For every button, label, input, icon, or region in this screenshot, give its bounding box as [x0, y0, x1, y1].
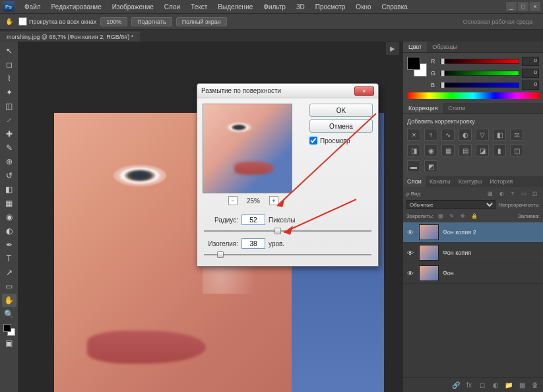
dialog-titlebar[interactable]: Размытие по поверхности × — [197, 84, 378, 98]
layer-name[interactable]: Фон копия — [443, 249, 471, 256]
fullscreen-button[interactable]: Полный экран — [176, 17, 227, 26]
wand-tool[interactable]: ✦ — [2, 86, 16, 99]
tab-adjustments[interactable]: Коррекция — [403, 103, 443, 114]
filter-smart-icon[interactable]: ◫ — [530, 189, 540, 198]
pen-tool[interactable]: ✒ — [2, 238, 16, 251]
tab-history[interactable]: История — [486, 176, 517, 187]
threshold-icon[interactable]: ◫ — [510, 145, 523, 156]
color-swatch[interactable] — [3, 324, 15, 336]
mixer-icon[interactable]: ▦ — [441, 145, 455, 156]
menu-select[interactable]: Выделение — [213, 2, 257, 12]
document-tab[interactable]: morshiny.jpg @ 66,7% (Фон копия 2, RGB/8… — [0, 32, 140, 42]
r-value[interactable]: 0 — [522, 57, 539, 66]
threshold-slider[interactable] — [204, 250, 371, 259]
menu-3d[interactable]: 3D — [292, 2, 309, 12]
layer-row[interactable]: 👁 Фон — [403, 263, 543, 284]
b-value[interactable]: 0 — [522, 81, 539, 90]
tab-channels[interactable]: Каналы — [426, 176, 455, 187]
eraser-tool[interactable]: ◧ — [2, 183, 16, 196]
layer-name[interactable]: Фон — [443, 270, 454, 277]
window-minimize[interactable]: _ — [506, 2, 517, 11]
zoom-out-button[interactable]: − — [228, 196, 238, 205]
menu-text[interactable]: Текст — [186, 2, 212, 12]
zoom-100-button[interactable]: 100% — [100, 17, 127, 26]
menu-layers[interactable]: Слои — [160, 2, 185, 12]
menu-window[interactable]: Окно — [351, 2, 375, 12]
group-icon[interactable]: 📁 — [503, 380, 514, 391]
eye-icon[interactable]: 👁 — [406, 248, 415, 257]
curves-icon[interactable]: ∿ — [441, 129, 455, 141]
crop-tool[interactable]: ◫ — [2, 100, 16, 113]
eye-icon[interactable]: 👁 — [406, 269, 415, 278]
layer-row[interactable]: 👁 Фон копия — [403, 243, 543, 263]
fit-button[interactable]: Подогнать — [131, 17, 172, 26]
hand-tool[interactable]: ✋ — [2, 294, 16, 307]
gradient-map-icon[interactable]: ▬ — [407, 160, 420, 172]
zoom-in-button[interactable]: + — [269, 196, 278, 205]
menu-image[interactable]: Изображение — [108, 2, 158, 12]
gradient-tool[interactable]: ▦ — [2, 197, 16, 210]
balance-icon[interactable]: ⚖ — [510, 129, 523, 141]
adjustment-icon[interactable]: ◐ — [490, 380, 501, 391]
lock-pos-icon[interactable]: ✥ — [459, 211, 468, 220]
collapsed-panel-strip[interactable]: ▶ — [385, 42, 400, 55]
preview-checkbox[interactable]: Просмотр — [309, 137, 373, 145]
lasso-tool[interactable]: ⌇ — [2, 72, 16, 85]
brightness-icon[interactable]: ☀ — [407, 129, 420, 141]
levels-icon[interactable]: ⫯ — [424, 129, 437, 141]
menu-edit[interactable]: Редактирование — [47, 2, 106, 12]
hue-icon[interactable]: ◧ — [493, 129, 506, 141]
layer-filter[interactable]: ρ Вид — [406, 191, 420, 197]
lookup-icon[interactable]: ▤ — [459, 145, 472, 156]
posterize-icon[interactable]: ▮ — [493, 145, 506, 156]
play-icon[interactable]: ▶ — [390, 45, 395, 52]
filter-shape-icon[interactable]: ▭ — [519, 189, 528, 198]
threshold-input[interactable] — [241, 238, 265, 249]
g-slider[interactable] — [440, 71, 519, 76]
link-icon[interactable]: 🔗 — [451, 380, 461, 391]
scroll-all-check[interactable]: Прокрутка во всех окнах — [18, 17, 96, 26]
dialog-close-button[interactable]: × — [354, 86, 374, 96]
menu-help[interactable]: Справка — [377, 2, 412, 12]
eye-icon[interactable]: 👁 — [406, 228, 415, 237]
new-layer-icon[interactable]: ▦ — [517, 380, 527, 391]
history-brush-tool[interactable]: ↺ — [2, 169, 16, 182]
b-slider[interactable] — [440, 82, 519, 88]
healing-tool[interactable]: ✚ — [2, 127, 16, 141]
brush-tool[interactable]: ✎ — [2, 141, 16, 154]
menu-view[interactable]: Просмотр — [311, 2, 350, 12]
filter-type-icon[interactable]: T — [508, 189, 517, 198]
path-tool[interactable]: ↗ — [2, 266, 16, 279]
menu-filter[interactable]: Фильтр — [259, 2, 290, 12]
invert-icon[interactable]: ◪ — [476, 145, 489, 156]
bw-icon[interactable]: ◨ — [407, 145, 420, 156]
move-tool[interactable]: ↖ — [2, 44, 16, 57]
trash-icon[interactable]: 🗑 — [530, 380, 540, 391]
blur-tool[interactable]: ◉ — [2, 211, 16, 224]
exposure-icon[interactable]: ◐ — [459, 129, 472, 141]
quickmask-tool[interactable]: ▣ — [2, 337, 16, 350]
tab-swatches[interactable]: Образцы — [427, 42, 463, 52]
lock-trans-icon[interactable]: ▦ — [436, 211, 445, 220]
ok-button[interactable]: OK — [309, 104, 373, 117]
mask-icon[interactable]: ◻ — [477, 380, 488, 391]
dialog-preview[interactable] — [203, 104, 292, 193]
g-value[interactable]: 0 — [522, 69, 539, 78]
filter-adj-icon[interactable]: ◐ — [497, 189, 506, 198]
layer-row[interactable]: 👁 Фон копия 2 — [403, 222, 543, 243]
shape-tool[interactable]: ▭ — [2, 280, 16, 293]
marquee-tool[interactable]: ◻ — [2, 58, 16, 71]
menu-file[interactable]: Файл — [20, 2, 46, 12]
tab-styles[interactable]: Стили — [443, 103, 470, 114]
radius-slider[interactable] — [204, 226, 371, 236]
radius-input[interactable] — [241, 214, 265, 225]
cancel-button[interactable]: Отмена — [309, 119, 373, 133]
photo-filter-icon[interactable]: ◉ — [424, 145, 437, 156]
tab-color[interactable]: Цвет — [403, 42, 427, 52]
layer-name[interactable]: Фон копия 2 — [443, 229, 476, 236]
lock-all-icon[interactable]: 🔒 — [470, 211, 479, 220]
type-tool[interactable]: T — [2, 252, 16, 265]
workspace-selector[interactable]: Основная рабочая среда — [457, 17, 539, 26]
zoom-tool[interactable]: 🔍 — [2, 308, 16, 321]
blend-mode-select[interactable]: Обычные — [406, 200, 495, 209]
